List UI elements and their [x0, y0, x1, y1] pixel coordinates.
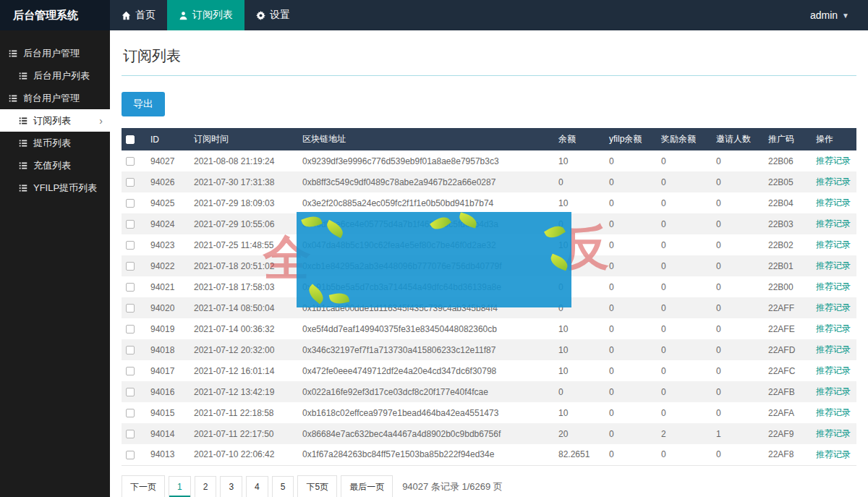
export-button[interactable]: 导出 — [122, 92, 165, 116]
recommend-record-link[interactable]: 推荐记录 — [816, 449, 851, 459]
sidebar-item-label: 后台用户管理 — [23, 47, 80, 60]
sidebar-item-提币列表[interactable]: 提币列表 — [0, 132, 110, 154]
recommend-record-link[interactable]: 推荐记录 — [816, 156, 851, 166]
page-button-5[interactable]: 5 — [272, 476, 294, 497]
row-checkbox-cell — [122, 318, 146, 339]
cell-reward: 0 — [657, 213, 712, 234]
cell-code: 22AFB — [764, 381, 812, 402]
page-button-最后一页[interactable]: 最后一页 — [341, 475, 393, 497]
cell-action: 推荐记录 — [812, 150, 856, 171]
recommend-record-link[interactable]: 推荐记录 — [816, 386, 851, 396]
table-body: 940272021-08-08 21:19:240x9239df3e9996c7… — [122, 150, 856, 465]
user-menu[interactable]: admin ▼ — [791, 0, 868, 30]
sidebar-item-YFILP提币列表[interactable]: YFILP提币列表 — [0, 177, 110, 199]
page-button-下一页[interactable]: 下一页 — [122, 475, 165, 497]
row-checkbox[interactable] — [126, 451, 135, 459]
cell-address: 0xb1618c02effcea9797e1bead464ba42ea45514… — [298, 402, 554, 423]
cell-code: 22AFD — [764, 339, 812, 360]
cell-action: 推荐记录 — [812, 402, 856, 423]
recommend-record-link[interactable]: 推荐记录 — [816, 177, 851, 187]
row-checkbox[interactable] — [126, 388, 135, 396]
list-icon — [19, 161, 27, 170]
nav-item-订阅列表[interactable]: 订阅列表 — [167, 0, 244, 30]
recommend-record-link[interactable]: 推荐记录 — [816, 260, 851, 271]
row-checkbox[interactable] — [126, 178, 135, 187]
sidebar-item-后台用户管理[interactable]: 后台用户管理 — [0, 42, 110, 64]
recommend-record-link[interactable]: 推荐记录 — [816, 239, 851, 250]
table-row: 940222021-07-18 20:51:020xcb1e84295a2ab3… — [122, 255, 856, 276]
nav-item-首页[interactable]: 首页 — [110, 0, 167, 30]
subscription-table: ID订阅时间区块链地址余额yfilp余额奖励余额邀请人数推广码操作 940272… — [122, 128, 856, 466]
row-checkbox[interactable] — [126, 409, 135, 417]
select-all-checkbox[interactable] — [126, 135, 135, 144]
sidebar-item-label: 充值列表 — [33, 159, 71, 172]
row-checkbox[interactable] — [126, 157, 135, 166]
cell-invites: 0 — [712, 171, 764, 192]
recommend-record-link[interactable]: 推荐记录 — [816, 218, 851, 229]
row-checkbox[interactable] — [126, 367, 135, 375]
sidebar-item-订阅列表[interactable]: 订阅列表› — [0, 109, 110, 132]
cell-action: 推荐记录 — [812, 234, 856, 255]
column-header-邀请人数: 邀请人数 — [712, 128, 764, 150]
column-header-订阅时间: 订阅时间 — [190, 128, 298, 150]
cell-code: 22B00 — [764, 276, 812, 297]
page-button-3[interactable]: 3 — [220, 476, 242, 497]
cell-balance: 10 — [554, 402, 605, 423]
cell-time: 2021-07-14 08:50:04 — [190, 297, 298, 318]
cell-time: 2021-07-18 17:58:03 — [190, 276, 298, 297]
recommend-record-link[interactable]: 推荐记录 — [816, 365, 851, 375]
page-button-下5页[interactable]: 下5页 — [297, 475, 337, 497]
row-checkbox[interactable] — [126, 430, 135, 438]
page-button-2[interactable]: 2 — [195, 476, 217, 497]
cell-code: 22B04 — [764, 192, 812, 213]
cell-id: 94022 — [146, 255, 190, 276]
table-row: 940132021-07-10 22:06:420x1f67a284263bc8… — [122, 444, 856, 465]
table-row: 940252021-07-29 18:09:030x3e2f20c885a24e… — [122, 192, 856, 213]
column-header-推广码: 推广码 — [764, 128, 812, 150]
cell-invites: 0 — [712, 339, 764, 360]
sidebar-item-label: 订阅列表 — [33, 114, 71, 127]
list-icon — [19, 72, 27, 80]
sidebar-item-后台用户列表[interactable]: 后台用户列表 — [0, 64, 110, 87]
row-checkbox[interactable] — [126, 346, 135, 354]
cell-reward: 0 — [657, 171, 712, 192]
sidebar-item-充值列表[interactable]: 充值列表 — [0, 154, 110, 177]
cell-yfilp: 0 — [605, 234, 657, 255]
row-checkbox[interactable] — [126, 199, 135, 208]
cell-reward: 0 — [657, 381, 712, 402]
sidebar-item-前台用户管理[interactable]: 前台用户管理 — [0, 87, 110, 109]
cell-address: 0x472fe0eee4749712df2e4a20e4cd347dc6f307… — [298, 360, 554, 381]
row-checkbox[interactable] — [126, 220, 135, 229]
recommend-record-link[interactable]: 推荐记录 — [816, 323, 851, 334]
cell-invites: 0 — [712, 318, 764, 339]
recommend-record-link[interactable]: 推荐记录 — [816, 344, 851, 354]
recommend-record-link[interactable]: 推荐记录 — [816, 197, 851, 208]
username-label: admin — [810, 9, 838, 21]
table-row: 940182021-07-12 20:32:000x346c32197ef7f1… — [122, 339, 856, 360]
cell-action: 推荐记录 — [812, 276, 856, 297]
nav-item-设置[interactable]: 设置 — [244, 0, 302, 30]
page-button-4[interactable]: 4 — [246, 476, 268, 497]
cell-invites: 0 — [712, 381, 764, 402]
recommend-record-link[interactable]: 推荐记录 — [816, 302, 851, 313]
row-checkbox[interactable] — [126, 241, 135, 250]
column-header-余额: 余额 — [554, 128, 605, 150]
cell-reward: 2 — [657, 423, 712, 444]
row-checkbox[interactable] — [126, 262, 135, 271]
recommend-record-link[interactable]: 推荐记录 — [816, 407, 851, 417]
page-title: 订阅列表 — [122, 30, 856, 76]
page-button-1[interactable]: 1 — [169, 476, 191, 497]
cell-id: 94017 — [146, 360, 190, 381]
cell-reward: 0 — [657, 402, 712, 423]
recommend-record-link[interactable]: 推荐记录 — [816, 428, 851, 438]
cell-reward: 0 — [657, 297, 712, 318]
row-checkbox[interactable] — [126, 283, 135, 292]
row-checkbox[interactable] — [126, 304, 135, 313]
app-brand: 后台管理系统 — [0, 0, 110, 30]
recommend-record-link[interactable]: 推荐记录 — [816, 281, 851, 292]
row-checkbox[interactable] — [126, 325, 135, 334]
cell-invites: 0 — [712, 297, 764, 318]
cell-action: 推荐记录 — [812, 381, 856, 402]
cell-invites: 0 — [712, 213, 764, 234]
cell-id: 94021 — [146, 276, 190, 297]
